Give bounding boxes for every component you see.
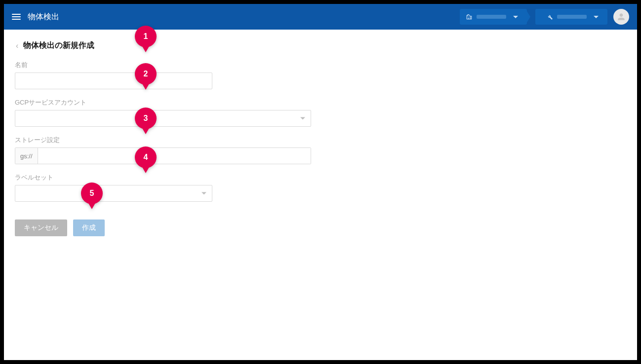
storage-label: ストレージ設定: [15, 136, 626, 145]
field-label-set: ラベルセット: [15, 173, 626, 202]
page-header: ‹ 物体検出の新規作成: [15, 40, 626, 51]
wrench-icon: [546, 13, 553, 20]
app-title: 物体検出: [28, 12, 59, 22]
name-input[interactable]: [15, 73, 212, 89]
breadcrumb-arrow-icon: [525, 9, 530, 25]
window-frame: 物体検出: [0, 0, 641, 364]
org-selector[interactable]: [460, 9, 527, 25]
app-container: 物体検出: [4, 4, 637, 360]
building-icon: [466, 13, 473, 20]
gcp-service-account-label: GCPサービスアカウント: [15, 98, 626, 107]
gcp-service-account-select[interactable]: [15, 110, 311, 127]
name-label: 名前: [15, 61, 626, 70]
field-name: 名前: [15, 61, 626, 89]
field-gcp-service-account: GCPサービスアカウント: [15, 98, 626, 127]
storage-input[interactable]: [38, 148, 311, 164]
page-title: 物体検出の新規作成: [23, 40, 94, 51]
breadcrumb: [460, 9, 607, 25]
avatar[interactable]: [613, 9, 629, 25]
label-set-select[interactable]: [15, 185, 212, 202]
chevron-down-icon: [201, 192, 206, 195]
back-chevron-icon[interactable]: ‹: [15, 41, 19, 50]
submit-button[interactable]: 作成: [73, 219, 105, 236]
org-name-placeholder: [477, 15, 506, 19]
app-header: 物体検出: [4, 4, 637, 30]
field-storage: ストレージ設定 gs://: [15, 136, 626, 164]
cancel-button[interactable]: キャンセル: [15, 219, 67, 236]
project-name-placeholder: [557, 15, 587, 19]
storage-prefix: gs://: [15, 148, 38, 164]
button-row: キャンセル 作成: [15, 219, 626, 236]
user-icon: [616, 12, 626, 22]
storage-input-group: gs://: [15, 147, 311, 164]
chevron-down-icon: [594, 16, 599, 18]
label-set-label: ラベルセット: [15, 173, 626, 182]
page-content: ‹ 物体検出の新規作成 名前 GCPサービスアカウント ストレージ設定 gs:/…: [4, 30, 637, 360]
project-selector[interactable]: [535, 9, 607, 25]
chevron-down-icon: [513, 16, 518, 18]
chevron-down-icon: [300, 117, 305, 120]
menu-icon[interactable]: [12, 11, 21, 23]
